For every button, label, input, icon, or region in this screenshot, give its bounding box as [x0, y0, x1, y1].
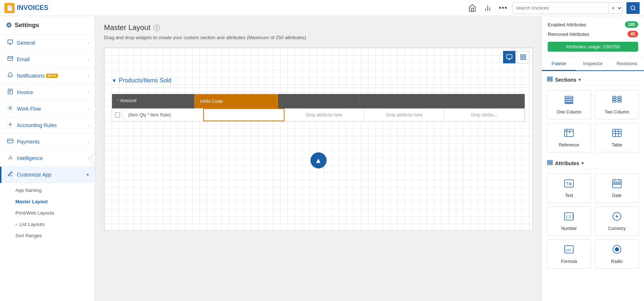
notifications-icon [7, 72, 13, 79]
td-drop2[interactable]: Drop attribute here [364, 108, 444, 121]
payments-icon [7, 138, 13, 145]
notifications-arrow: › [88, 74, 89, 78]
invoice-arrow: › [88, 90, 89, 94]
submenu-list-layouts[interactable]: › List Layouts [0, 219, 95, 230]
svg-rect-30 [565, 96, 573, 98]
chart-icon[interactable] [482, 2, 494, 14]
td-drop1[interactable]: Drop attribute here [284, 108, 365, 121]
th-amount[interactable]: * Amount [112, 94, 194, 108]
sections-label: Sections [555, 77, 576, 83]
td-hsn-code[interactable] [203, 108, 284, 121]
invoice-icon [7, 89, 13, 96]
svg-text:T⊕: T⊕ [566, 182, 572, 186]
enabled-attr-count: 185 [625, 21, 638, 28]
sidebar: ⚙ Settings General › Email › Notificatio… [0, 16, 95, 301]
sidebar-item-general[interactable]: General › [0, 35, 95, 51]
search-input[interactable] [513, 3, 608, 14]
widget-radio[interactable]: Radio [595, 239, 639, 269]
svg-rect-34 [613, 96, 616, 98]
section-title: Products/Items Sold [119, 77, 171, 84]
radio-widget-icon [612, 244, 622, 257]
table-widget: * Amount HSN Code [112, 94, 525, 122]
removed-attr-label: Removed Attributes [548, 31, 589, 37]
more-icon[interactable]: ••• [497, 2, 509, 14]
removed-attr-count: 45 [628, 31, 638, 37]
workflow-icon [7, 105, 13, 112]
th-hsn-code[interactable]: HSN Code [194, 94, 278, 108]
general-label: General [17, 40, 35, 46]
widget-currency[interactable]: Currency [595, 207, 639, 236]
email-arrow: › [88, 57, 89, 62]
svg-line-4 [634, 9, 635, 10]
tab-inspector[interactable]: Inspector [576, 57, 610, 71]
row-checkbox[interactable] [112, 108, 123, 121]
widget-date[interactable]: Date [595, 174, 639, 203]
table-label: Table [611, 142, 622, 148]
usage-bar: Attributes usage: 230/250 [548, 42, 638, 52]
two-column-label: Two Column [604, 109, 629, 115]
td-drop3[interactable]: Drop attribu... [444, 108, 525, 121]
svg-rect-31 [565, 99, 573, 100]
svg-point-14 [10, 124, 11, 125]
number-widget-icon: 1 2 3 [564, 211, 574, 224]
svg-rect-27 [547, 77, 552, 78]
info-icon[interactable]: ℹ [153, 25, 160, 31]
sidebar-item-invoice[interactable]: Invoice › [0, 84, 95, 101]
widget-table[interactable]: Table [595, 123, 639, 152]
tab-palette[interactable]: Palette [542, 57, 576, 71]
sidebar-item-email[interactable]: Email › [0, 51, 95, 68]
tab-revisions[interactable]: Revisions [610, 57, 644, 71]
th-drop2[interactable] [360, 94, 442, 108]
table-body-row: (Item Qty * Item Rate) Drop attribute he… [112, 108, 525, 121]
sections-title: Sections ▾ [547, 76, 639, 86]
svg-point-13 [10, 107, 11, 109]
svg-rect-25 [521, 58, 522, 60]
grid-view-btn[interactable] [517, 51, 529, 63]
sidebar-item-intelligence[interactable]: Intelligence › [0, 150, 95, 167]
section-header[interactable]: ▼ Products/Items Sold [112, 77, 525, 84]
scroll-up-btn[interactable]: ▲ [310, 152, 327, 168]
widget-one-column[interactable]: One Column [547, 90, 591, 119]
submenu-app-naming[interactable]: App Naming [0, 185, 95, 196]
widget-reference[interactable]: Reference [547, 123, 591, 152]
widget-two-column[interactable]: Two Column [595, 90, 639, 119]
th-drop3[interactable] [442, 94, 525, 108]
checkbox-input[interactable] [115, 112, 120, 118]
sidebar-item-notifications[interactable]: Notifications BETA › [0, 68, 95, 84]
enabled-attr-row: Enabled Attributes 185 [548, 21, 638, 28]
attr-stats: Enabled Attributes 185 Removed Attribute… [548, 21, 638, 37]
search-dropdown[interactable]: ▾ [608, 3, 622, 14]
text-widget-label: Text [565, 193, 573, 198]
desktop-view-btn[interactable] [503, 51, 515, 63]
td-amount[interactable]: (Item Qty * Item Rate) [123, 108, 203, 121]
general-icon [7, 39, 13, 47]
svg-rect-15 [8, 139, 13, 143]
search-button[interactable] [626, 2, 640, 14]
submenu-print-web[interactable]: Print/Web Layouts [0, 207, 95, 219]
svg-rect-32 [565, 101, 573, 102]
table-header-row: * Amount HSN Code [112, 94, 525, 108]
customize-label: Customize App [17, 172, 51, 178]
logo-icon: 📄 [4, 3, 15, 13]
page-title: Master Layout [104, 23, 150, 32]
sidebar-item-payments[interactable]: Payments › [0, 134, 95, 150]
widget-text[interactable]: T⊕ Text [547, 174, 591, 203]
svg-rect-39 [618, 101, 621, 102]
two-column-icon [612, 95, 622, 107]
app-title: INVOICES [17, 4, 48, 12]
page-header: Master Layout ℹ [104, 23, 533, 32]
th-drop1[interactable] [278, 94, 360, 108]
widget-number[interactable]: 1 2 3 Number [547, 207, 591, 236]
sidebar-item-customize[interactable]: Customize App ▾ [0, 167, 95, 183]
sidebar-item-accounting[interactable]: Accounting Rules › [0, 117, 95, 134]
app-logo[interactable]: 📄 INVOICES [4, 3, 48, 13]
svg-rect-36 [613, 99, 616, 100]
currency-widget-label: Currency [608, 226, 626, 231]
sidebar-item-workflow[interactable]: Work Flow › [0, 101, 95, 117]
submenu-master-layout[interactable]: Master Layout [0, 196, 95, 207]
home-icon[interactable] [466, 2, 478, 14]
topbar: 📄 INVOICES ••• ▾ [0, 0, 644, 16]
svg-rect-20 [507, 55, 512, 59]
submenu-sort-ranges[interactable]: Sort Ranges [0, 230, 95, 241]
widget-formula[interactable]: 123→ABC Formula [547, 239, 591, 269]
